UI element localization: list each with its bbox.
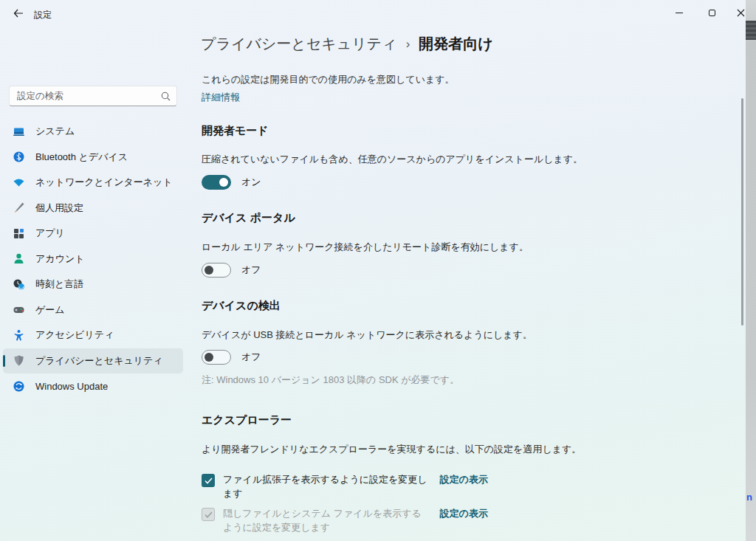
sidebar-item-label: ネットワークとインターネット — [35, 176, 173, 189]
sidebar-item-label: アクセシビリティ — [35, 328, 114, 342]
device-portal-toggle[interactable] — [202, 263, 231, 278]
show-extensions-row: ファイル拡張子を表示するように設定を変更します 設定の表示 — [202, 473, 488, 501]
scrollbar[interactable] — [741, 98, 743, 325]
sidebar-item-privacy-security[interactable]: プライバシーとセキュリティ — [3, 348, 183, 373]
back-button[interactable] — [7, 3, 30, 24]
breadcrumb-separator-icon: › — [406, 36, 410, 52]
minimize-icon — [676, 13, 683, 13]
bluetooth-icon — [13, 151, 25, 163]
device-discovery-toggle[interactable] — [202, 350, 231, 365]
show-hidden-files-settings-link[interactable]: 設定の表示 — [440, 507, 488, 520]
device-portal-toggle-row: オフ — [202, 263, 261, 278]
sidebar-nav: システム Bluetooth とデバイス ネットワークとインターネット 個人用設… — [3, 119, 183, 399]
developer-mode-state-label: オン — [241, 176, 261, 189]
network-icon — [13, 176, 25, 189]
back-arrow-icon — [13, 9, 24, 18]
sidebar-item-accessibility[interactable]: アクセシビリティ — [3, 323, 183, 348]
device-portal-title: デバイス ポータル — [202, 211, 295, 225]
privacy-icon — [13, 354, 25, 367]
background-text-artifact: n — [746, 492, 752, 503]
checkmark-icon — [205, 478, 213, 484]
developer-mode-toggle-row: オン — [202, 175, 261, 190]
sidebar-item-network[interactable]: ネットワークとインターネット — [3, 170, 183, 195]
titlebar: 設定 — [0, 0, 746, 27]
apps-icon — [13, 227, 25, 240]
file-explorer-title: エクスプローラー — [202, 413, 292, 427]
developer-mode-toggle[interactable] — [202, 175, 231, 190]
sidebar-item-system[interactable]: システム — [3, 119, 183, 144]
file-explorer-description: より開発者フレンドリなエクスプローラーを実現するには、以下の設定を適用します。 — [202, 443, 581, 456]
sidebar-item-accounts[interactable]: アカウント — [3, 247, 183, 272]
breadcrumb-parent[interactable]: プライバシーとセキュリティ — [201, 34, 397, 54]
sidebar-item-gaming[interactable]: ゲーム — [3, 297, 183, 323]
minimize-button[interactable] — [663, 0, 695, 25]
checkmark-icon — [205, 511, 213, 518]
app-title: 設定 — [34, 9, 52, 21]
device-discovery-description: デバイスが USB 接続とローカル ネットワークに表示されるようにします。 — [202, 328, 532, 342]
show-extensions-settings-link[interactable]: 設定の表示 — [440, 473, 488, 486]
developer-mode-title: 開発者モード — [202, 124, 269, 138]
breadcrumb: プライバシーとセキュリティ › 開発者向け — [201, 34, 493, 54]
settings-window: 設定 システム Bluetooth とデバイス — [0, 0, 746, 541]
search-icon — [161, 92, 171, 101]
sidebar-item-label: システム — [35, 125, 75, 138]
toggle-knob — [205, 266, 213, 275]
search-input[interactable] — [17, 91, 161, 101]
intro-text: これらの設定は開発目的での使用のみを意図しています。 — [202, 73, 455, 86]
sidebar-item-personalization[interactable]: 個人用設定 — [3, 196, 183, 221]
accounts-icon — [13, 252, 25, 265]
developer-mode-description: 圧縮されていないファイルも含め、任意のソースからのアプリをインストールします。 — [202, 153, 583, 166]
toggle-knob — [219, 178, 228, 187]
sidebar-item-label: アプリ — [35, 227, 65, 240]
toggle-knob — [205, 353, 213, 362]
sidebar-item-label: 時刻と言語 — [35, 278, 83, 291]
page-title: 開発者向け — [419, 34, 492, 54]
sidebar-item-windows-update[interactable]: Windows Update — [3, 373, 183, 399]
show-extensions-label: ファイル拡張子を表示するように設定を変更します — [223, 473, 430, 501]
device-portal-state-label: オフ — [241, 263, 261, 277]
show-hidden-files-checkbox — [202, 508, 215, 521]
device-discovery-state-label: オフ — [241, 351, 261, 364]
sidebar-item-label: 個人用設定 — [35, 201, 83, 215]
sidebar-item-label: プライバシーとセキュリティ — [35, 354, 163, 368]
device-discovery-toggle-row: オフ — [202, 350, 261, 365]
show-hidden-files-label: 隠しファイルとシステム ファイルを表示するように設定を変更します — [223, 507, 430, 535]
gaming-icon — [13, 303, 25, 316]
background-window-strip: n — [746, 0, 756, 541]
show-extensions-checkbox[interactable] — [202, 474, 215, 487]
accessibility-icon — [13, 329, 25, 342]
maximize-button[interactable] — [695, 0, 728, 25]
sidebar-item-apps[interactable]: アプリ — [3, 221, 183, 246]
device-portal-description: ローカル エリア ネットワーク接続を介したリモート診断を有効にします。 — [202, 241, 529, 254]
system-icon — [13, 125, 25, 138]
sidebar-item-label: Windows Update — [35, 381, 108, 392]
personalization-icon — [13, 201, 25, 214]
sidebar-item-bluetooth[interactable]: Bluetooth とデバイス — [3, 145, 183, 170]
time-language-icon — [13, 278, 25, 291]
windows-update-icon — [13, 380, 25, 393]
show-hidden-files-row: 隠しファイルとシステム ファイルを表示するように設定を変更します 設定の表示 — [202, 507, 488, 535]
sidebar-item-time-language[interactable]: 時刻と言語 — [3, 272, 183, 297]
maximize-icon — [709, 10, 715, 16]
sidebar-item-label: アカウント — [35, 252, 85, 266]
close-button[interactable] — [728, 0, 746, 25]
sidebar-item-label: ゲーム — [35, 303, 65, 317]
sidebar-item-label: Bluetooth とデバイス — [35, 151, 128, 164]
device-discovery-note: 注: Windows 10 バージョン 1803 以降の SDK が必要です。 — [202, 373, 459, 387]
device-discovery-title: デバイスの検出 — [202, 299, 281, 313]
close-icon — [737, 9, 745, 17]
search-box[interactable] — [9, 86, 177, 106]
learn-more-link[interactable]: 詳細情報 — [202, 91, 240, 104]
background-window-content — [746, 21, 756, 40]
